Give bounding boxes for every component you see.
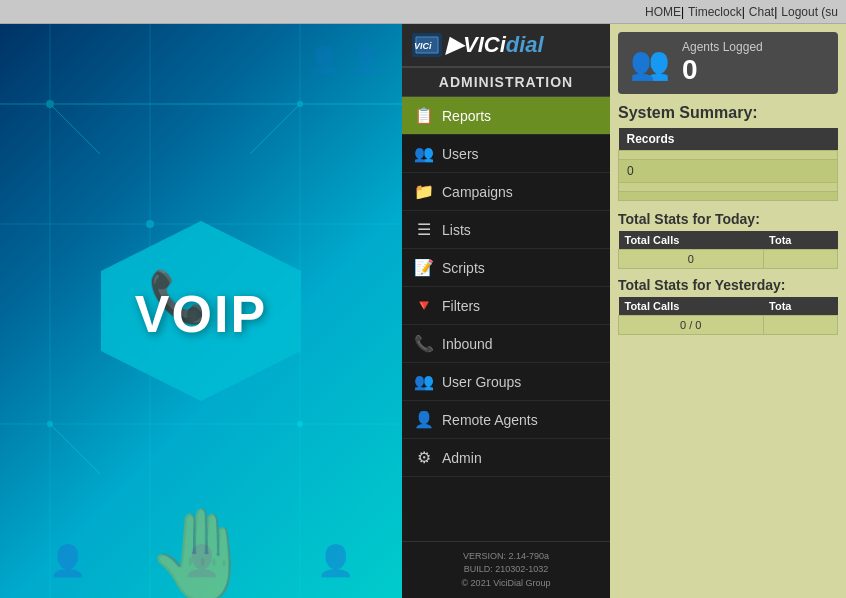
users-icon: 👥 (414, 144, 434, 163)
nav-logout[interactable]: Logout (su (781, 5, 838, 19)
summary-table: Records 0 (618, 128, 838, 201)
total-other-header-yesterday: Tota (763, 297, 837, 316)
sidebar-footer: VERSION: 2.14-790a BUILD: 210302-1032 © … (402, 541, 610, 599)
table-row (619, 183, 838, 192)
total-other-today (763, 250, 837, 269)
svg-text:VICi: VICi (414, 41, 432, 51)
nav-home[interactable]: HOME (645, 5, 681, 19)
top-figures: 👤 👤 (308, 44, 382, 75)
total-today-table: Total Calls Tota 0 (618, 231, 838, 269)
scripts-icon: 📝 (414, 258, 434, 277)
table-row (619, 192, 838, 201)
svg-point-10 (297, 421, 303, 427)
remote-agents-label: Remote Agents (442, 412, 598, 428)
agents-label: Agents Logged (682, 40, 763, 54)
users-label: Users (442, 146, 598, 162)
nav-item-admin[interactable]: ⚙ Admin (402, 439, 610, 477)
table-row (619, 151, 838, 160)
reports-icon: 📋 (414, 106, 434, 125)
logo-dial: dial (506, 32, 544, 57)
hand-icon: 🤚 (145, 503, 257, 598)
agents-icon: 👥 (630, 44, 670, 82)
nav-menu: 📋 Reports 👥 Users 📁 Campaigns ☰ Lists 📝 … (402, 97, 610, 541)
nav-item-user-groups[interactable]: 👥 User Groups (402, 363, 610, 401)
voip-label: VOIP (135, 284, 267, 344)
version-text: VERSION: 2.14-790a (412, 550, 600, 564)
user-groups-icon: 👥 (414, 372, 434, 391)
nav-item-inbound[interactable]: 📞 Inbound (402, 325, 610, 363)
logo-icon-svg: VICi (412, 33, 442, 57)
filters-icon: 🔻 (414, 296, 434, 315)
agents-info: Agents Logged 0 (682, 40, 763, 86)
sidebar-logo: VICi ▶VICidial (402, 24, 610, 68)
svg-line-11 (50, 104, 100, 154)
right-content-panel: 👥 Agents Logged 0 System Summary: Record… (610, 24, 846, 598)
system-summary-title: System Summary: (618, 104, 838, 122)
total-other-header-today: Tota (763, 231, 837, 250)
agents-count: 0 (682, 54, 763, 86)
copyright-text: © 2021 ViciDial Group (412, 577, 600, 591)
total-calls-header-today: Total Calls (619, 231, 764, 250)
logo-vici: ▶VICi (446, 32, 506, 57)
total-calls-yesterday: 0 / 0 (619, 316, 764, 335)
logo-text: ▶VICidial (446, 32, 544, 58)
total-calls-today: 0 (619, 250, 764, 269)
summary-cell-1 (619, 151, 838, 160)
main-body: 📞 VOIP 👤 👤 👤 👤 👤 🤚 VICi ▶VICidial (0, 24, 846, 598)
scripts-label: Scripts (442, 260, 598, 276)
nav-chat[interactable]: Chat (749, 5, 774, 19)
records-header: Records (619, 128, 838, 151)
table-row: 0 (619, 250, 838, 269)
inbound-icon: 📞 (414, 334, 434, 353)
nav-item-campaigns[interactable]: 📁 Campaigns (402, 173, 610, 211)
campaigns-icon: 📁 (414, 182, 434, 201)
admin-icon: ⚙ (414, 448, 434, 467)
nav-timeclock[interactable]: Timeclock (688, 5, 742, 19)
svg-line-12 (250, 104, 300, 154)
top-navigation: HOME | Timeclock | Chat | Logout (su (0, 0, 846, 24)
total-yesterday-table: Total Calls Tota 0 / 0 (618, 297, 838, 335)
total-yesterday-title: Total Stats for Yesterday: (618, 277, 838, 293)
nav-item-filters[interactable]: 🔻 Filters (402, 287, 610, 325)
remote-agents-icon: 👤 (414, 410, 434, 429)
left-image-panel: 📞 VOIP 👤 👤 👤 👤 👤 🤚 (0, 24, 402, 598)
lists-icon: ☰ (414, 220, 434, 239)
table-row: 0 (619, 160, 838, 183)
agents-logged-box: 👥 Agents Logged 0 (618, 32, 838, 94)
inbound-label: Inbound (442, 336, 598, 352)
total-other-yesterday (763, 316, 837, 335)
sidebar: VICi ▶VICidial ADMINISTRATION 📋 Reports … (402, 24, 610, 598)
filters-label: Filters (442, 298, 598, 314)
nav-item-reports[interactable]: 📋 Reports (402, 97, 610, 135)
reports-label: Reports (442, 108, 598, 124)
campaigns-label: Campaigns (442, 184, 598, 200)
build-text: BUILD: 210302-1032 (412, 563, 600, 577)
lists-label: Lists (442, 222, 598, 238)
admin-label: Admin (442, 450, 598, 466)
summary-cell-3 (619, 183, 838, 192)
table-row: 0 / 0 (619, 316, 838, 335)
nav-item-users[interactable]: 👥 Users (402, 135, 610, 173)
total-today-title: Total Stats for Today: (618, 211, 838, 227)
user-groups-label: User Groups (442, 374, 598, 390)
summary-cell-2: 0 (619, 160, 838, 183)
total-calls-header-yesterday: Total Calls (619, 297, 764, 316)
svg-line-13 (50, 424, 100, 474)
nav-item-lists[interactable]: ☰ Lists (402, 211, 610, 249)
nav-item-remote-agents[interactable]: 👤 Remote Agents (402, 401, 610, 439)
summary-cell-4 (619, 192, 838, 201)
nav-item-scripts[interactable]: 📝 Scripts (402, 249, 610, 287)
admin-title: ADMINISTRATION (402, 68, 610, 97)
